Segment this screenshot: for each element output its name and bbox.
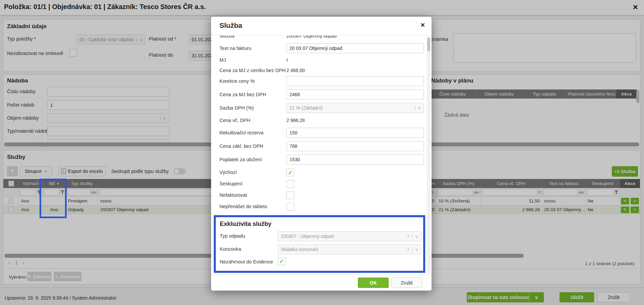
cena-cenik-value: 2 468,00	[286, 68, 305, 73]
separator: |	[414, 105, 416, 111]
check-icon: ✓	[288, 170, 293, 176]
poplatek-input[interactable]	[286, 155, 424, 165]
nefakturovat-checkbox[interactable]	[286, 191, 294, 199]
exkluzivita-heading: Exkluzivita služby	[220, 221, 271, 228]
clear-icon[interactable]: ×	[407, 234, 410, 239]
exkluzivita-section-highlight: Exkluzivita služby Typ odpadu 200307 - O…	[214, 215, 425, 273]
seskupeni-label: Seskupení	[219, 181, 243, 186]
modal-scrollbar-thumb[interactable]	[427, 38, 430, 51]
chevron-down-icon: ∨	[417, 106, 421, 111]
separator: |	[412, 234, 413, 239]
modal-footer: OK Zrušit	[211, 275, 432, 291]
cena-vc-dph-label: Cena vč. DPH	[219, 118, 250, 123]
ne-column-highlight	[40, 179, 67, 218]
vychozi-label: Výchozí	[219, 170, 237, 175]
korekce-input[interactable]	[286, 76, 424, 86]
chevron-down-icon: ∨	[415, 247, 418, 252]
chevron-down-icon: ∨	[415, 234, 418, 239]
modal-title: Služba	[219, 21, 242, 29]
modal-scrollbar[interactable]	[427, 36, 431, 273]
sluzba-modal: Služba × Služba 200307 Objemný odpad Tex…	[211, 17, 432, 291]
clear-icon[interactable]: ×	[407, 247, 410, 252]
app-screen: Položka: 01/1 | Objednávka: 01 | Zákazní…	[0, 0, 644, 305]
modal-body: Služba 200307 Objemný odpad Text na fakt…	[211, 35, 432, 275]
vychozi-checkbox[interactable]: ✓	[286, 169, 294, 176]
neprenaset-checkbox[interactable]	[286, 203, 294, 210]
cena-mj-input[interactable]	[286, 89, 424, 100]
rekultivace-label: Rekultivační rezerva	[219, 130, 263, 135]
mj-label: MJ	[219, 57, 226, 63]
poplatek-label: Poplatek za uložení	[219, 157, 262, 162]
korekce-label: Korekce ceny %	[219, 78, 255, 84]
check-icon: ✓	[279, 258, 284, 264]
cena-cenik-label: Cena za MJ z ceníku bez DPH	[219, 68, 285, 73]
typ-odpadu-select[interactable]: 200307 - Objemný odpad × | ∨	[278, 231, 421, 241]
nezahrnout-checkbox[interactable]: ✓	[278, 257, 285, 265]
modal-close-icon[interactable]: ×	[421, 21, 425, 29]
mj-value: t	[286, 57, 288, 63]
ok-button[interactable]: OK	[358, 278, 389, 288]
text-na-fakturu-input[interactable]	[286, 43, 424, 53]
nefakturovat-label: Nefakturovat	[219, 192, 247, 198]
separator: |	[412, 247, 413, 252]
sazba-dph-select[interactable]: 21 % (Základní) | ∨	[286, 103, 424, 113]
cena-mj-label: Cena za MJ bez DPH	[219, 92, 266, 97]
nezahrnout-label: Nezahrnout do Evidence	[220, 259, 273, 264]
typ-odpadu-label: Typ odpadu	[220, 233, 245, 239]
sazba-dph-label: Sazba DPH (%)	[219, 105, 254, 111]
modal-cancel-button[interactable]: Zrušit	[391, 278, 422, 288]
seskupeni-checkbox[interactable]	[286, 180, 294, 188]
cena-zakl-label: Cena zákl. bez DPH	[219, 143, 263, 149]
rekultivace-input[interactable]	[286, 128, 424, 138]
cena-vc-dph-value: 2 986,28	[286, 118, 305, 123]
sluzba-label: Služba	[219, 35, 234, 39]
sluzba-value: 200307 Objemný odpad	[286, 35, 336, 39]
koncovka-select[interactable]: Skládka koncová1 × | ∨	[278, 244, 421, 254]
text-na-fakturu-label: Text na fakturu	[219, 46, 251, 51]
koncovka-label: Koncovka	[220, 246, 241, 252]
cena-zakl-input[interactable]	[286, 141, 424, 151]
neprenaset-label: Nepřenášet do tabletu	[219, 204, 267, 209]
